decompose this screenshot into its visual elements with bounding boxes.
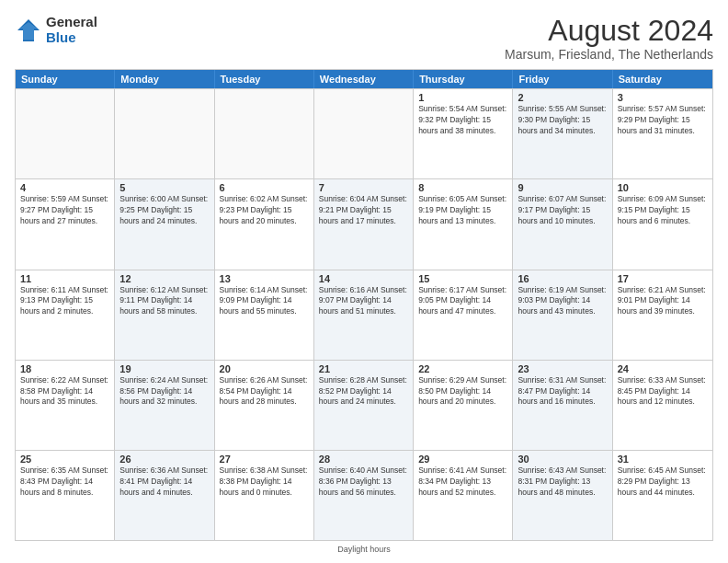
empty-cell: [16, 89, 115, 178]
day-info: Sunrise: 6:31 AM Sunset: 8:47 PM Dayligh…: [518, 375, 607, 408]
day-number: 11: [20, 273, 109, 284]
day-number: 5: [119, 182, 209, 193]
day-number: 4: [20, 182, 109, 193]
day-cell-2: 2Sunrise: 5:55 AM Sunset: 9:30 PM Daylig…: [513, 89, 612, 178]
day-info: Sunrise: 5:54 AM Sunset: 9:32 PM Dayligh…: [418, 104, 507, 137]
day-info: Sunrise: 5:55 AM Sunset: 9:30 PM Dayligh…: [518, 104, 607, 137]
day-cell-22: 22Sunrise: 6:29 AM Sunset: 8:50 PM Dayli…: [414, 361, 513, 450]
day-number: 12: [119, 273, 209, 284]
svg-marker-1: [19, 22, 39, 40]
logo-text: General Blue: [46, 15, 97, 45]
day-number: 29: [418, 454, 507, 465]
day-number: 13: [220, 273, 309, 284]
title-block: August 2024 Marsum, Friesland, The Nethe…: [505, 15, 713, 62]
page: General Blue August 2024 Marsum, Friesla…: [0, 0, 728, 563]
calendar-week-4: 18Sunrise: 6:22 AM Sunset: 8:58 PM Dayli…: [16, 360, 712, 450]
day-info: Sunrise: 5:59 AM Sunset: 9:27 PM Dayligh…: [20, 194, 109, 227]
day-number: 14: [319, 273, 408, 284]
day-cell-23: 23Sunrise: 6:31 AM Sunset: 8:47 PM Dayli…: [513, 361, 612, 450]
day-cell-21: 21Sunrise: 6:28 AM Sunset: 8:52 PM Dayli…: [314, 361, 414, 450]
day-info: Sunrise: 6:35 AM Sunset: 8:43 PM Dayligh…: [20, 465, 109, 499]
day-info: Sunrise: 6:11 AM Sunset: 9:13 PM Dayligh…: [20, 285, 109, 318]
day-number: 25: [20, 454, 109, 465]
day-info: Sunrise: 6:24 AM Sunset: 8:56 PM Dayligh…: [119, 375, 209, 408]
day-info: Sunrise: 6:14 AM Sunset: 9:09 PM Dayligh…: [220, 285, 309, 318]
day-cell-27: 27Sunrise: 6:38 AM Sunset: 8:38 PM Dayli…: [215, 451, 314, 540]
day-number: 3: [618, 92, 708, 103]
day-cell-10: 10Sunrise: 6:09 AM Sunset: 9:15 PM Dayli…: [613, 179, 712, 269]
calendar-week-1: 1Sunrise: 5:54 AM Sunset: 9:32 PM Daylig…: [16, 88, 712, 178]
day-info: Sunrise: 6:26 AM Sunset: 8:54 PM Dayligh…: [220, 375, 309, 408]
day-number: 17: [618, 273, 708, 284]
logo: General Blue: [15, 15, 97, 45]
day-cell-30: 30Sunrise: 6:43 AM Sunset: 8:31 PM Dayli…: [513, 451, 612, 540]
main-title: August 2024: [505, 15, 713, 47]
day-number: 16: [518, 273, 607, 284]
day-info: Sunrise: 6:05 AM Sunset: 9:19 PM Dayligh…: [418, 194, 507, 227]
day-info: Sunrise: 6:33 AM Sunset: 8:45 PM Dayligh…: [618, 375, 708, 408]
day-info: Sunrise: 6:16 AM Sunset: 9:07 PM Dayligh…: [319, 285, 408, 318]
day-info: Sunrise: 5:57 AM Sunset: 9:29 PM Dayligh…: [618, 104, 708, 137]
day-info: Sunrise: 6:12 AM Sunset: 9:11 PM Dayligh…: [119, 285, 209, 318]
day-cell-13: 13Sunrise: 6:14 AM Sunset: 9:09 PM Dayli…: [215, 270, 314, 360]
day-number: 2: [518, 92, 607, 103]
day-number: 27: [220, 454, 309, 465]
empty-cell: [115, 89, 214, 178]
day-number: 18: [20, 363, 109, 374]
calendar-body: 1Sunrise: 5:54 AM Sunset: 9:32 PM Daylig…: [16, 88, 712, 540]
day-cell-25: 25Sunrise: 6:35 AM Sunset: 8:43 PM Dayli…: [16, 451, 115, 540]
day-info: Sunrise: 6:17 AM Sunset: 9:05 PM Dayligh…: [418, 285, 507, 318]
day-number: 6: [220, 182, 309, 193]
day-cell-11: 11Sunrise: 6:11 AM Sunset: 9:13 PM Dayli…: [16, 270, 115, 360]
day-cell-24: 24Sunrise: 6:33 AM Sunset: 8:45 PM Dayli…: [613, 361, 712, 450]
header-day-wednesday: Wednesday: [314, 70, 414, 88]
day-cell-20: 20Sunrise: 6:26 AM Sunset: 8:54 PM Dayli…: [215, 361, 314, 450]
day-info: Sunrise: 6:22 AM Sunset: 8:58 PM Dayligh…: [20, 375, 109, 408]
header: General Blue August 2024 Marsum, Friesla…: [15, 15, 713, 62]
day-cell-6: 6Sunrise: 6:02 AM Sunset: 9:23 PM Daylig…: [215, 179, 314, 269]
header-day-monday: Monday: [115, 70, 214, 88]
day-cell-3: 3Sunrise: 5:57 AM Sunset: 9:29 PM Daylig…: [613, 89, 712, 178]
day-info: Sunrise: 6:28 AM Sunset: 8:52 PM Dayligh…: [319, 375, 408, 408]
day-number: 19: [119, 363, 209, 374]
day-cell-17: 17Sunrise: 6:21 AM Sunset: 9:01 PM Dayli…: [613, 270, 712, 360]
day-cell-26: 26Sunrise: 6:36 AM Sunset: 8:41 PM Dayli…: [115, 451, 214, 540]
footer-note: Daylight hours: [15, 545, 713, 554]
day-cell-19: 19Sunrise: 6:24 AM Sunset: 8:56 PM Dayli…: [115, 361, 214, 450]
day-number: 31: [618, 454, 708, 465]
day-number: 24: [618, 363, 708, 374]
day-number: 26: [119, 454, 209, 465]
day-cell-4: 4Sunrise: 5:59 AM Sunset: 9:27 PM Daylig…: [16, 179, 115, 269]
day-info: Sunrise: 6:09 AM Sunset: 9:15 PM Dayligh…: [618, 194, 708, 227]
day-info: Sunrise: 6:21 AM Sunset: 9:01 PM Dayligh…: [618, 285, 708, 318]
subtitle: Marsum, Friesland, The Netherlands: [505, 47, 713, 62]
header-day-friday: Friday: [513, 70, 612, 88]
day-cell-28: 28Sunrise: 6:40 AM Sunset: 8:36 PM Dayli…: [314, 451, 414, 540]
day-number: 1: [418, 92, 507, 103]
calendar-week-2: 4Sunrise: 5:59 AM Sunset: 9:27 PM Daylig…: [16, 178, 712, 269]
day-number: 30: [518, 454, 607, 465]
day-cell-31: 31Sunrise: 6:45 AM Sunset: 8:29 PM Dayli…: [613, 451, 712, 540]
day-cell-12: 12Sunrise: 6:12 AM Sunset: 9:11 PM Dayli…: [115, 270, 214, 360]
header-day-sunday: Sunday: [16, 70, 115, 88]
day-info: Sunrise: 6:07 AM Sunset: 9:17 PM Dayligh…: [518, 194, 607, 227]
day-number: 7: [319, 182, 408, 193]
empty-cell: [215, 89, 314, 178]
logo-general: General: [46, 15, 97, 30]
day-number: 20: [220, 363, 309, 374]
day-cell-14: 14Sunrise: 6:16 AM Sunset: 9:07 PM Dayli…: [314, 270, 414, 360]
day-info: Sunrise: 6:40 AM Sunset: 8:36 PM Dayligh…: [319, 465, 408, 499]
logo-blue-text: Blue: [46, 30, 97, 46]
day-info: Sunrise: 6:43 AM Sunset: 8:31 PM Dayligh…: [518, 465, 607, 499]
header-day-tuesday: Tuesday: [215, 70, 314, 88]
calendar: SundayMondayTuesdayWednesdayThursdayFrid…: [15, 69, 713, 541]
day-cell-29: 29Sunrise: 6:41 AM Sunset: 8:34 PM Dayli…: [414, 451, 513, 540]
day-cell-16: 16Sunrise: 6:19 AM Sunset: 9:03 PM Dayli…: [513, 270, 612, 360]
day-info: Sunrise: 6:45 AM Sunset: 8:29 PM Dayligh…: [618, 465, 708, 499]
day-number: 9: [518, 182, 607, 193]
day-info: Sunrise: 6:41 AM Sunset: 8:34 PM Dayligh…: [418, 465, 507, 499]
logo-icon: [15, 17, 42, 44]
empty-cell: [314, 89, 414, 178]
day-cell-9: 9Sunrise: 6:07 AM Sunset: 9:17 PM Daylig…: [513, 179, 612, 269]
calendar-week-5: 25Sunrise: 6:35 AM Sunset: 8:43 PM Dayli…: [16, 450, 712, 540]
